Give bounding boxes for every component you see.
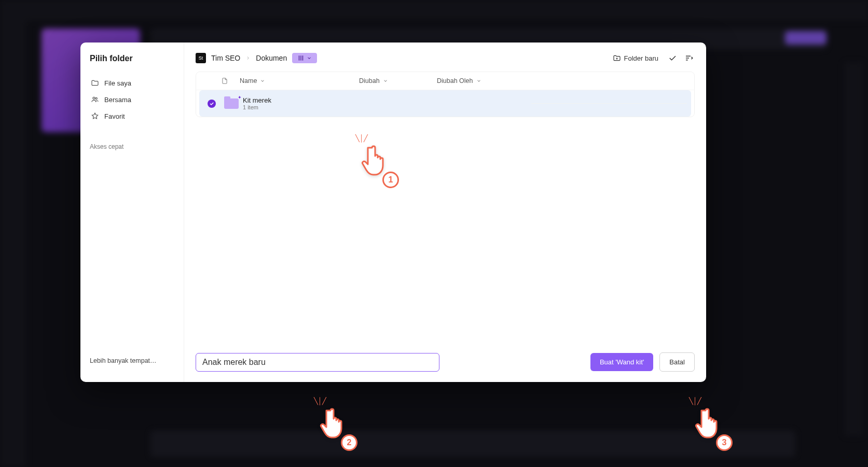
sidebar-item-label: File saya bbox=[104, 79, 131, 87]
column-modified-by[interactable]: Diubah Oleh bbox=[437, 77, 515, 84]
sidebar-item-favorites[interactable]: Favorit bbox=[90, 108, 174, 124]
breadcrumb-segment[interactable]: Dokumen bbox=[256, 54, 287, 62]
check-circle-icon bbox=[208, 100, 216, 108]
column-name-label: Name bbox=[240, 77, 257, 84]
column-modified-label: Diubah bbox=[359, 77, 380, 84]
empty-row-separators bbox=[531, 103, 687, 117]
brand-kit-folder-icon: ✦ bbox=[224, 98, 243, 109]
star-icon bbox=[91, 112, 99, 120]
breadcrumb-team[interactable]: Tim SEO bbox=[211, 54, 240, 62]
file-row-title: Kit merek bbox=[243, 96, 271, 104]
file-list-header: Name Diubah Diubah Oleh bbox=[196, 72, 694, 90]
chevron-right-icon bbox=[245, 53, 251, 63]
new-folder-button[interactable]: Folder baru bbox=[610, 52, 662, 64]
team-avatar: St bbox=[196, 53, 206, 63]
column-modified-by-label: Diubah Oleh bbox=[437, 77, 473, 84]
column-name[interactable]: Name bbox=[240, 77, 359, 84]
sidebar-item-my-files[interactable]: File saya bbox=[90, 75, 174, 91]
brand-name-input[interactable] bbox=[196, 353, 439, 372]
brand-kit-filter-dropdown[interactable] bbox=[292, 53, 317, 63]
column-modified[interactable]: Diubah bbox=[359, 77, 437, 84]
create-button[interactable]: Buat 'Wand kit' bbox=[590, 353, 653, 371]
row-checkbox[interactable] bbox=[208, 100, 224, 108]
file-list: Name Diubah Diubah Oleh bbox=[196, 72, 695, 117]
sort-icon[interactable] bbox=[683, 52, 695, 64]
new-folder-label: Folder baru bbox=[624, 54, 658, 62]
dialog-sidebar: Pilih folder File saya Bersama Favorit A… bbox=[80, 43, 184, 382]
folder-icon bbox=[91, 79, 99, 87]
sidebar-item-label: Favorit bbox=[104, 112, 125, 120]
cancel-button[interactable]: Batal bbox=[659, 352, 695, 372]
confirm-icon[interactable] bbox=[667, 52, 678, 64]
sidebar-item-shared[interactable]: Bersama bbox=[90, 91, 174, 108]
dialog-main: St Tim SEO Dokumen Folder baru bbox=[184, 43, 706, 382]
people-icon bbox=[91, 95, 99, 104]
sparkle-icon: ✦ bbox=[238, 95, 242, 100]
file-icon bbox=[221, 77, 240, 84]
file-row-subtitle: 1 item bbox=[243, 104, 271, 110]
sidebar-heading-quick-access: Akses cepat bbox=[90, 143, 174, 150]
folder-picker-dialog: Pilih folder File saya Bersama Favorit A… bbox=[80, 43, 706, 382]
dialog-title: Pilih folder bbox=[90, 54, 174, 63]
sidebar-item-label: Bersama bbox=[104, 96, 131, 104]
sidebar-more-places[interactable]: Lebih banyak tempat… bbox=[90, 357, 174, 371]
dialog-toolbar: St Tim SEO Dokumen Folder baru bbox=[184, 43, 706, 72]
svg-point-0 bbox=[93, 97, 95, 99]
svg-point-1 bbox=[95, 97, 97, 99]
dialog-footer: Buat 'Wand kit' Batal bbox=[184, 342, 706, 382]
